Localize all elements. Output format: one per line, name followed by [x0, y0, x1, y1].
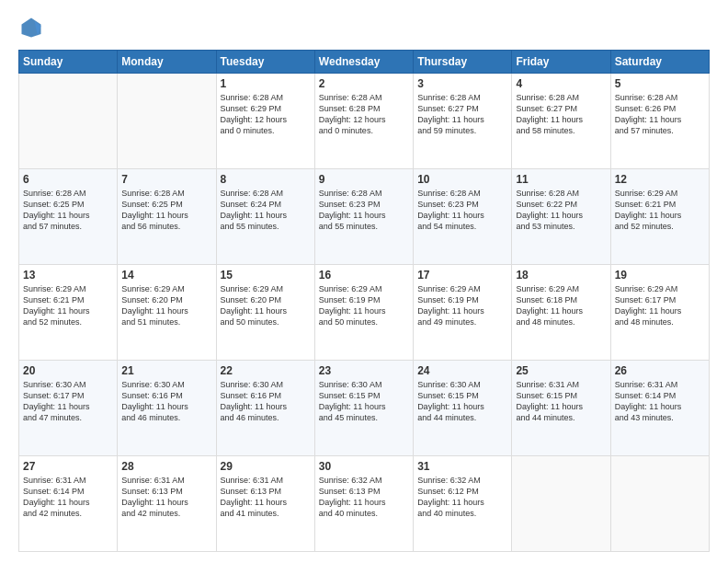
weekday-header-saturday: Saturday [610, 51, 709, 74]
day-number: 27 [23, 460, 113, 473]
day-info: Sunrise: 6:28 AM Sunset: 6:27 PM Dayligh… [417, 92, 507, 137]
calendar-cell [512, 456, 610, 552]
day-number: 14 [121, 269, 211, 282]
calendar-cell: 12Sunrise: 6:29 AM Sunset: 6:21 PM Dayli… [610, 169, 709, 265]
day-info: Sunrise: 6:29 AM Sunset: 6:19 PM Dayligh… [417, 283, 507, 328]
day-number: 25 [516, 364, 606, 377]
calendar-cell: 20Sunrise: 6:30 AM Sunset: 6:17 PM Dayli… [19, 361, 118, 456]
calendar-week-1: 1Sunrise: 6:28 AM Sunset: 6:29 PM Daylig… [19, 74, 710, 169]
day-number: 5 [615, 77, 705, 90]
calendar-cell: 8Sunrise: 6:28 AM Sunset: 6:24 PM Daylig… [216, 169, 314, 265]
calendar-cell: 13Sunrise: 6:29 AM Sunset: 6:21 PM Dayli… [19, 265, 118, 361]
day-number: 9 [319, 173, 409, 186]
calendar-cell: 29Sunrise: 6:31 AM Sunset: 6:13 PM Dayli… [216, 456, 314, 552]
calendar-cell: 17Sunrise: 6:29 AM Sunset: 6:19 PM Dayli… [414, 265, 512, 361]
calendar-cell: 7Sunrise: 6:28 AM Sunset: 6:25 PM Daylig… [118, 169, 216, 265]
day-info: Sunrise: 6:30 AM Sunset: 6:16 PM Dayligh… [121, 379, 211, 424]
day-info: Sunrise: 6:28 AM Sunset: 6:24 PM Dayligh… [221, 188, 311, 233]
page: SundayMondayTuesdayWednesdayThursdayFrid… [0, 0, 728, 563]
calendar-cell: 1Sunrise: 6:28 AM Sunset: 6:29 PM Daylig… [216, 74, 314, 169]
calendar-cell: 27Sunrise: 6:31 AM Sunset: 6:14 PM Dayli… [19, 456, 118, 552]
day-info: Sunrise: 6:32 AM Sunset: 6:13 PM Dayligh… [319, 475, 409, 520]
weekday-row: SundayMondayTuesdayWednesdayThursdayFrid… [19, 51, 710, 74]
day-number: 21 [121, 364, 211, 377]
day-info: Sunrise: 6:30 AM Sunset: 6:15 PM Dayligh… [417, 379, 507, 424]
calendar-cell: 4Sunrise: 6:28 AM Sunset: 6:27 PM Daylig… [512, 74, 610, 169]
day-info: Sunrise: 6:30 AM Sunset: 6:17 PM Dayligh… [23, 379, 113, 424]
day-info: Sunrise: 6:29 AM Sunset: 6:21 PM Dayligh… [23, 283, 113, 328]
day-number: 23 [319, 364, 409, 377]
day-info: Sunrise: 6:28 AM Sunset: 6:26 PM Dayligh… [615, 92, 705, 137]
calendar-cell: 25Sunrise: 6:31 AM Sunset: 6:15 PM Dayli… [512, 361, 610, 456]
logo-icon [18, 15, 44, 40]
day-number: 12 [615, 173, 705, 186]
calendar-week-4: 20Sunrise: 6:30 AM Sunset: 6:17 PM Dayli… [19, 361, 710, 456]
calendar-cell [19, 74, 118, 169]
logo [18, 15, 48, 40]
calendar-cell: 15Sunrise: 6:29 AM Sunset: 6:20 PM Dayli… [216, 265, 314, 361]
calendar-cell: 24Sunrise: 6:30 AM Sunset: 6:15 PM Dayli… [414, 361, 512, 456]
day-number: 7 [121, 173, 211, 186]
calendar-cell: 10Sunrise: 6:28 AM Sunset: 6:23 PM Dayli… [414, 169, 512, 265]
calendar-cell: 26Sunrise: 6:31 AM Sunset: 6:14 PM Dayli… [610, 361, 709, 456]
day-info: Sunrise: 6:29 AM Sunset: 6:17 PM Dayligh… [615, 283, 705, 328]
day-number: 3 [417, 77, 507, 90]
weekday-header-thursday: Thursday [414, 51, 512, 74]
day-info: Sunrise: 6:28 AM Sunset: 6:29 PM Dayligh… [221, 92, 311, 137]
day-info: Sunrise: 6:28 AM Sunset: 6:23 PM Dayligh… [417, 188, 507, 233]
day-number: 19 [615, 269, 705, 282]
day-info: Sunrise: 6:31 AM Sunset: 6:14 PM Dayligh… [615, 379, 705, 424]
calendar-cell: 2Sunrise: 6:28 AM Sunset: 6:28 PM Daylig… [314, 74, 413, 169]
calendar-cell: 23Sunrise: 6:30 AM Sunset: 6:15 PM Dayli… [314, 361, 413, 456]
day-number: 15 [221, 269, 311, 282]
day-number: 29 [221, 460, 311, 473]
calendar-cell: 31Sunrise: 6:32 AM Sunset: 6:12 PM Dayli… [414, 456, 512, 552]
weekday-header-monday: Monday [118, 51, 216, 74]
day-info: Sunrise: 6:28 AM Sunset: 6:25 PM Dayligh… [23, 188, 113, 233]
day-number: 22 [221, 364, 311, 377]
calendar-cell: 16Sunrise: 6:29 AM Sunset: 6:19 PM Dayli… [314, 265, 413, 361]
calendar-body: 1Sunrise: 6:28 AM Sunset: 6:29 PM Daylig… [19, 74, 710, 552]
day-info: Sunrise: 6:29 AM Sunset: 6:20 PM Dayligh… [121, 283, 211, 328]
calendar-table: SundayMondayTuesdayWednesdayThursdayFrid… [18, 50, 710, 552]
calendar-cell: 19Sunrise: 6:29 AM Sunset: 6:17 PM Dayli… [610, 265, 709, 361]
calendar-cell: 6Sunrise: 6:28 AM Sunset: 6:25 PM Daylig… [19, 169, 118, 265]
calendar-cell: 11Sunrise: 6:28 AM Sunset: 6:22 PM Dayli… [512, 169, 610, 265]
calendar-week-2: 6Sunrise: 6:28 AM Sunset: 6:25 PM Daylig… [19, 169, 710, 265]
day-info: Sunrise: 6:29 AM Sunset: 6:20 PM Dayligh… [221, 283, 311, 328]
day-number: 4 [516, 77, 606, 90]
day-info: Sunrise: 6:29 AM Sunset: 6:21 PM Dayligh… [615, 188, 705, 233]
header [18, 15, 710, 40]
day-number: 31 [417, 460, 507, 473]
day-info: Sunrise: 6:28 AM Sunset: 6:28 PM Dayligh… [319, 92, 409, 137]
day-info: Sunrise: 6:31 AM Sunset: 6:13 PM Dayligh… [221, 475, 311, 520]
day-number: 8 [221, 173, 311, 186]
day-info: Sunrise: 6:28 AM Sunset: 6:27 PM Dayligh… [516, 92, 606, 137]
day-info: Sunrise: 6:28 AM Sunset: 6:25 PM Dayligh… [121, 188, 211, 233]
day-info: Sunrise: 6:29 AM Sunset: 6:18 PM Dayligh… [516, 283, 606, 328]
day-info: Sunrise: 6:31 AM Sunset: 6:14 PM Dayligh… [23, 475, 113, 520]
day-number: 28 [121, 460, 211, 473]
calendar-cell: 5Sunrise: 6:28 AM Sunset: 6:26 PM Daylig… [610, 74, 709, 169]
day-info: Sunrise: 6:28 AM Sunset: 6:22 PM Dayligh… [516, 188, 606, 233]
calendar-cell [118, 74, 216, 169]
weekday-header-friday: Friday [512, 51, 610, 74]
day-number: 2 [319, 77, 409, 90]
day-number: 30 [319, 460, 409, 473]
weekday-header-sunday: Sunday [19, 51, 118, 74]
day-number: 16 [319, 269, 409, 282]
day-number: 17 [417, 269, 507, 282]
calendar-cell: 21Sunrise: 6:30 AM Sunset: 6:16 PM Dayli… [118, 361, 216, 456]
day-number: 10 [417, 173, 507, 186]
calendar-cell: 18Sunrise: 6:29 AM Sunset: 6:18 PM Dayli… [512, 265, 610, 361]
calendar-header: SundayMondayTuesdayWednesdayThursdayFrid… [19, 51, 710, 74]
calendar-cell: 14Sunrise: 6:29 AM Sunset: 6:20 PM Dayli… [118, 265, 216, 361]
day-info: Sunrise: 6:28 AM Sunset: 6:23 PM Dayligh… [319, 188, 409, 233]
weekday-header-tuesday: Tuesday [216, 51, 314, 74]
day-info: Sunrise: 6:30 AM Sunset: 6:16 PM Dayligh… [221, 379, 311, 424]
calendar-cell: 9Sunrise: 6:28 AM Sunset: 6:23 PM Daylig… [314, 169, 413, 265]
day-number: 11 [516, 173, 606, 186]
calendar-cell [610, 456, 709, 552]
day-info: Sunrise: 6:30 AM Sunset: 6:15 PM Dayligh… [319, 379, 409, 424]
calendar-week-3: 13Sunrise: 6:29 AM Sunset: 6:21 PM Dayli… [19, 265, 710, 361]
